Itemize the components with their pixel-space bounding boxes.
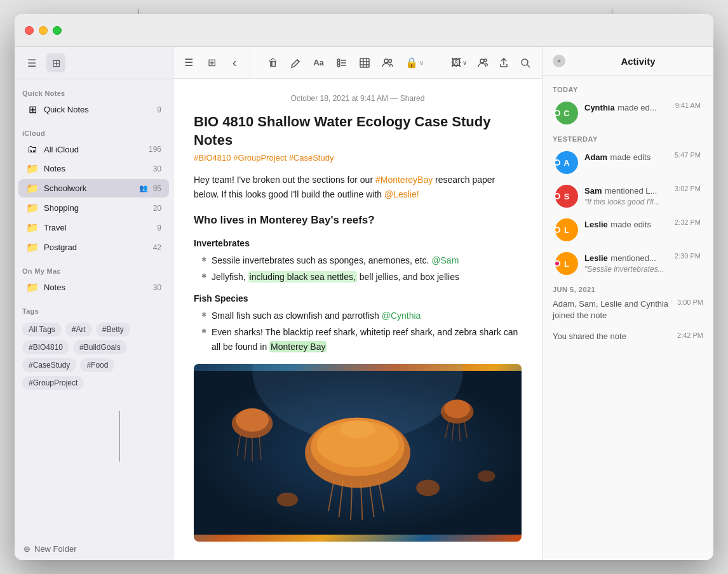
note-toolbar: ☰ ⊞ ‹ 🗑 Aa [173, 47, 542, 79]
adam-action: made edits [610, 152, 651, 162]
sidebar-item-notes-icloud[interactable]: 📁 Notes 30 [18, 159, 169, 178]
collab-btn[interactable] [377, 53, 398, 73]
activity-item-leslie-edits[interactable]: L Leslie made edits 2:32 PM [546, 213, 710, 246]
adam-name: Adam [584, 152, 607, 162]
yesterday-header: YESTERDAY [543, 130, 713, 145]
svg-point-12 [388, 59, 391, 62]
shared-time: 2:42 PM [677, 331, 703, 339]
activity-item-leslie-mention[interactable]: L Leslie mentioned... "Sessile invertebr… [546, 247, 710, 280]
schoolwork-icon: 📁 [26, 182, 39, 194]
note-meta: October 18, 2021 at 9:41 AM — Shared [194, 94, 522, 103]
note-center-toolbar: 🗑 Aa [250, 53, 441, 73]
cynthia-action: made ed... [617, 103, 656, 112]
svg-line-16 [527, 65, 530, 67]
schoolwork-label: Schoolwork [44, 184, 134, 193]
fish-list: Small fish such as clownfish and parrotf… [194, 309, 522, 354]
sidebar-item-quick-notes[interactable]: ⊞ Quick Notes 9 [18, 100, 169, 119]
notes-icloud-icon: 📁 [26, 163, 39, 175]
activity-close-button[interactable]: × [553, 55, 565, 67]
note-body: Hey team! I've broken out the sections f… [194, 173, 522, 354]
svg-point-29 [340, 420, 375, 438]
delete-btn[interactable]: 🗑 [263, 53, 283, 73]
activity-item-adam[interactable]: A Adam made edits 5:47 PM [546, 146, 710, 179]
sidebar-item-travel[interactable]: 📁 Travel 9 [18, 218, 169, 237]
tag-groupproject-inline[interactable]: #GroupProject [233, 153, 286, 163]
list-view-button[interactable]: ☰ [22, 53, 41, 72]
shared-text: You shared the note [553, 331, 677, 341]
tag-art[interactable]: #Art [65, 323, 92, 337]
cynthia-text: Cynthia made ed... [584, 102, 669, 113]
leslie-time-1: 2:32 PM [675, 218, 701, 226]
close-icon: × [557, 57, 561, 65]
sam-time: 3:02 PM [675, 185, 701, 192]
svg-point-14 [484, 59, 487, 62]
compose-btn[interactable] [286, 53, 306, 73]
tags-section: All Tags #Art #Betty #BIO4810 #BuildGoal… [15, 317, 173, 395]
people-btn[interactable] [472, 53, 492, 73]
tag-all-tags[interactable]: All Tags [22, 323, 62, 337]
quick-notes-label: Quick Notes [44, 105, 152, 114]
leslie-indicator-1 [554, 227, 560, 233]
format-btn[interactable]: Aa [309, 53, 329, 73]
gallery-icon: 🖼 [451, 57, 461, 69]
highlight-nettles: including black sea nettles, [248, 271, 357, 283]
sidebar-item-notes-mac[interactable]: 📁 Notes 30 [18, 278, 169, 297]
grid-view-button[interactable]: ⊞ [46, 53, 65, 72]
tag-buildgoals[interactable]: #BuildGoals [73, 340, 127, 354]
leslie-mention-content: Leslie mentioned... "Sessile invertebrat… [584, 252, 668, 274]
sidebar-toolbar: ☰ ⊞ [15, 47, 173, 79]
shared-icon: 👥 [139, 184, 148, 192]
activity-item-sam[interactable]: S Sam mentioned L... "If this looks good… [546, 180, 710, 213]
tag-casestudy[interactable]: #CaseStudy [22, 358, 76, 372]
leslie-action-2: mentioned... [610, 253, 656, 263]
jun-header: JUN 5, 2021 [543, 281, 713, 296]
all-icloud-count: 196 [149, 145, 161, 154]
gallery-btn[interactable]: 🖼 ∨ [447, 53, 471, 73]
tag-bio4810-inline[interactable]: #BIO4810 [194, 153, 231, 163]
svg-point-25 [444, 399, 470, 418]
close-button[interactable] [25, 26, 34, 35]
sam-action: mentioned L... [605, 186, 657, 196]
tag-groupproject[interactable]: #GroupProject [22, 376, 84, 390]
sidebar-item-all-icloud[interactable]: 🗂 All iCloud 196 [18, 140, 169, 158]
gallery-chevron: ∨ [462, 59, 467, 66]
list-view-toolbar-btn[interactable]: ☰ [179, 53, 199, 73]
notes-icloud-count: 30 [153, 164, 161, 173]
activity-item-cynthia[interactable]: C Cynthia made ed... 9:41 AM [546, 97, 710, 130]
sidebar-item-schoolwork[interactable]: 📁 Schoolwork 👥 95 [18, 179, 169, 197]
svg-rect-6 [360, 58, 369, 67]
all-icloud-icon: 🗂 [26, 144, 39, 155]
leslie-avatar-1: L [555, 218, 578, 241]
icloud-section-header: iCloud [15, 119, 173, 140]
traffic-lights [25, 26, 62, 35]
lock-dropdown[interactable]: 🔒 ∨ [400, 54, 429, 71]
lock-chevron: ∨ [419, 59, 424, 66]
table-btn[interactable] [354, 53, 375, 73]
share-btn[interactable] [494, 53, 514, 73]
minimize-button[interactable] [39, 26, 48, 35]
back-btn[interactable]: ‹ [224, 53, 245, 73]
activity-panel: × Activity TODAY C Cynthia [542, 47, 713, 560]
schoolwork-count: 95 [153, 184, 161, 193]
sidebar-item-postgrad[interactable]: 📁 Postgrad 42 [18, 238, 169, 257]
title-bar [15, 14, 713, 47]
sam-name: Sam [584, 186, 602, 196]
svg-point-27 [277, 493, 298, 507]
maximize-button[interactable] [53, 26, 62, 35]
new-folder-button[interactable]: ⊕ New Folder [15, 538, 173, 560]
tag-betty[interactable]: #Betty [96, 323, 130, 337]
search-btn[interactable] [515, 53, 536, 73]
checklist-btn[interactable] [332, 53, 352, 73]
tag-bio4810[interactable]: #BIO4810 [22, 340, 69, 354]
all-icloud-label: All iCloud [44, 145, 144, 154]
tag-food[interactable]: #Food [80, 358, 114, 372]
cynthia-content: Cynthia made ed... [584, 102, 669, 113]
tag-casestudy-inline[interactable]: #CaseStudy [289, 153, 334, 163]
postgrad-icon: 📁 [26, 241, 39, 253]
cynthia-indicator [554, 110, 560, 116]
shopping-count: 20 [153, 204, 161, 213]
sidebar-item-shopping[interactable]: 📁 Shopping 20 [18, 199, 169, 217]
leslie-mention: @Leslie! [384, 189, 419, 199]
grid-view-toolbar-btn[interactable]: ⊞ [201, 53, 222, 73]
list-item: Even sharks! The blacktip reef shark, wh… [201, 325, 522, 354]
